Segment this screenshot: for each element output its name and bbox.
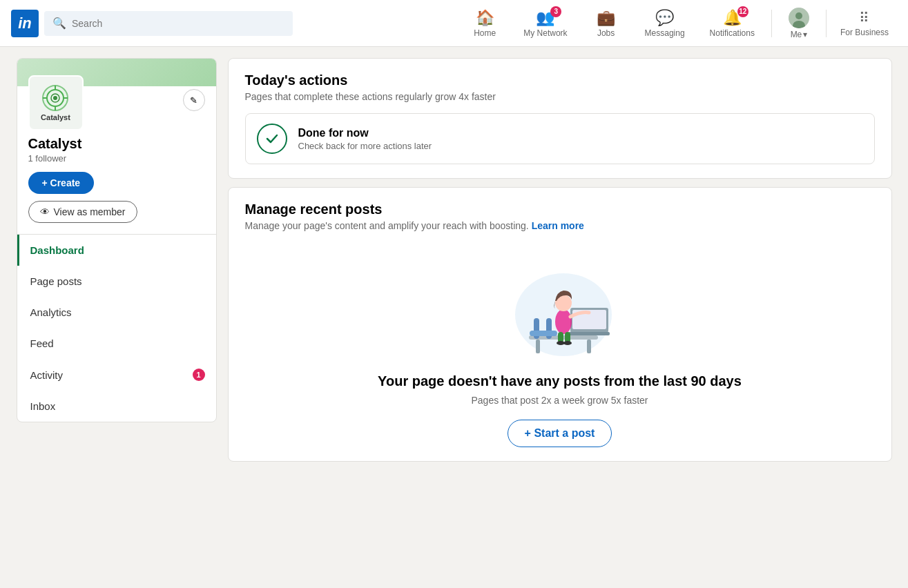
svg-point-1 [795, 12, 802, 19]
create-button[interactable]: + Create [28, 172, 95, 194]
linkedin-logo-text: in [18, 14, 32, 32]
nav-for-business-label: For Business [840, 28, 889, 37]
manage-posts-subtitle-pre: Manage your page's content and amplify y… [245, 220, 529, 231]
eye-icon: 👁 [40, 206, 50, 217]
svg-rect-13 [536, 340, 540, 353]
nav-messaging[interactable]: 💬 Messaging [634, 0, 696, 47]
sidebar-actions: + Create 👁 View as member [17, 172, 216, 234]
nav-messaging-label: Messaging [645, 28, 685, 38]
svg-rect-20 [568, 332, 610, 335]
sidebar-item-page-posts-label: Page posts [30, 275, 82, 287]
catalyst-logo-svg [41, 84, 69, 112]
sidebar: Catalyst ✎ Catalyst 1 follower + Create … [17, 58, 217, 422]
jobs-icon: 💼 [597, 9, 615, 27]
search-icon: 🔍 [52, 17, 66, 30]
nav-me-label: Me ▾ [791, 30, 808, 39]
checkmark-icon [264, 130, 280, 147]
notifications-icon: 🔔 12 [723, 9, 742, 27]
learn-more-link[interactable]: Learn more [532, 220, 584, 231]
nav-my-network-label: My Network [523, 28, 567, 38]
nav-for-business[interactable]: ⠿ For Business [832, 0, 897, 47]
sidebar-header: Catalyst ✎ Catalyst 1 follower [17, 59, 216, 172]
topnav: in 🔍 🏠 Home 👥 3 My Network 💼 Jobs 💬 Mess… [0, 0, 908, 47]
manage-posts-card: Manage recent posts Manage your page's c… [228, 187, 892, 462]
my-network-icon: 👥 3 [536, 9, 554, 27]
nav-divider [771, 10, 772, 37]
nav-jobs[interactable]: 💼 Jobs [581, 0, 631, 47]
sidebar-logo-wrap: Catalyst [28, 75, 205, 130]
sidebar-item-page-posts[interactable]: Page posts [17, 266, 216, 297]
home-icon: 🏠 [476, 9, 494, 27]
sidebar-item-dashboard-label: Dashboard [30, 244, 84, 256]
nav-notifications[interactable]: 🔔 12 Notifications [699, 0, 766, 47]
sidebar-nav: Dashboard Page posts Analytics Feed Acti… [17, 234, 216, 422]
no-posts-title: Your page doesn't have any posts from th… [245, 373, 875, 389]
avatar [789, 8, 809, 28]
manage-posts-subtitle: Manage your page's content and amplify y… [245, 220, 875, 231]
nav-my-network[interactable]: 👥 3 My Network [512, 0, 578, 47]
done-icon [257, 124, 287, 154]
done-text: Done for now Check back for more actions… [298, 127, 432, 151]
view-member-label: View as member [54, 206, 126, 217]
view-as-member-button[interactable]: 👁 View as member [28, 201, 137, 223]
grid-icon: ⠿ [859, 10, 869, 26]
todays-actions-subtitle: Pages that complete these actions regula… [245, 91, 875, 102]
sidebar-item-inbox-label: Inbox [30, 400, 56, 412]
topnav-navigation: 🏠 Home 👥 3 My Network 💼 Jobs 💬 Messaging… [460, 0, 897, 47]
todays-actions-title: Today's actions [245, 72, 875, 88]
sidebar-item-inbox[interactable]: Inbox [17, 391, 216, 422]
nav-divider-2 [826, 10, 827, 37]
manage-posts-title: Manage recent posts [245, 202, 875, 217]
done-title: Done for now [298, 127, 432, 139]
edit-page-button[interactable]: ✎ [183, 89, 205, 111]
nav-home-label: Home [474, 28, 496, 38]
sidebar-logo-text: Catalyst [41, 113, 70, 121]
done-row: Done for now Check back for more actions… [245, 113, 875, 164]
no-posts-illustration [491, 256, 629, 366]
todays-actions-card: Today's actions Pages that complete thes… [228, 58, 892, 179]
start-post-label: + Start a post [525, 427, 595, 440]
page-logo: Catalyst [28, 75, 84, 130]
svg-rect-14 [587, 340, 591, 353]
page-wrapper: Catalyst ✎ Catalyst 1 follower + Create … [6, 47, 903, 473]
svg-point-21 [555, 309, 572, 334]
nav-home[interactable]: 🏠 Home [460, 0, 510, 47]
edit-icon: ✎ [190, 95, 197, 106]
search-bar[interactable]: 🔍 [44, 11, 293, 36]
messaging-icon: 💬 [655, 9, 674, 27]
svg-point-6 [53, 96, 57, 100]
sidebar-item-dashboard[interactable]: Dashboard [17, 235, 216, 266]
chevron-down-icon: ▾ [803, 30, 807, 39]
svg-point-26 [563, 341, 572, 345]
sidebar-item-activity-label: Activity [30, 369, 64, 381]
nav-me[interactable]: Me ▾ [777, 0, 820, 47]
linkedin-logo[interactable]: in [11, 10, 39, 37]
start-post-button[interactable]: + Start a post [508, 420, 612, 447]
main-content: Today's actions Pages that complete thes… [228, 58, 892, 462]
sidebar-item-analytics[interactable]: Analytics [17, 297, 216, 328]
create-button-label: + Create [42, 177, 81, 188]
nav-jobs-label: Jobs [597, 28, 615, 38]
notifications-badge: 12 [737, 6, 748, 17]
my-network-badge: 3 [550, 6, 561, 17]
nav-notifications-label: Notifications [710, 28, 755, 38]
page-name: Catalyst [28, 136, 205, 152]
activity-badge: 1 [193, 369, 205, 381]
sidebar-item-activity[interactable]: Activity 1 [17, 359, 216, 391]
no-posts-subtitle: Pages that post 2x a week grow 5x faster [245, 395, 875, 406]
illustration [245, 242, 875, 373]
svg-rect-17 [530, 331, 557, 336]
done-subtitle: Check back for more actions later [298, 141, 432, 151]
followers-count: 1 follower [28, 153, 205, 164]
sidebar-item-feed-label: Feed [30, 337, 54, 349]
search-input[interactable] [72, 18, 284, 29]
sidebar-item-feed[interactable]: Feed [17, 328, 216, 359]
sidebar-item-analytics-label: Analytics [30, 306, 72, 318]
